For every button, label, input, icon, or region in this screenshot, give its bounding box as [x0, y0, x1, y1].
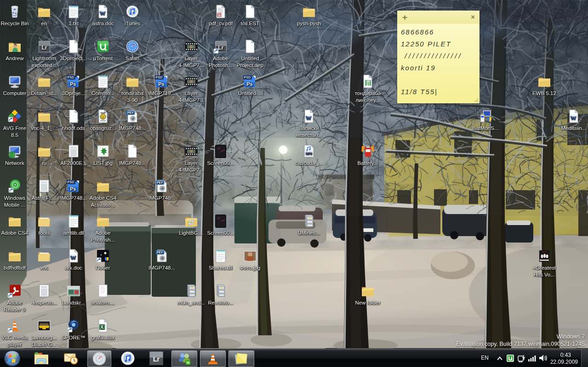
- svg-text:Lr: Lr: [218, 45, 224, 51]
- svg-text:PSD: PSD: [156, 76, 162, 79]
- svg-text:HITS: HITS: [542, 251, 546, 253]
- svg-text:W: W: [306, 114, 312, 121]
- svg-text:MP3: MP3: [306, 152, 312, 155]
- svg-text:PSD: PSD: [244, 76, 251, 79]
- svg-text:W: W: [571, 114, 577, 121]
- svg-text:X: X: [100, 324, 104, 330]
- svg-text:PEF: PEF: [157, 181, 163, 184]
- svg-text:Ps: Ps: [70, 81, 76, 87]
- svg-text:W: W: [100, 10, 106, 17]
- svg-text:Lr: Lr: [42, 45, 47, 51]
- svg-text:PEF: PEF: [127, 111, 134, 114]
- svg-text:PSD: PSD: [68, 181, 74, 184]
- svg-text:Ps: Ps: [158, 81, 164, 87]
- svg-text:Ps: Ps: [246, 81, 252, 87]
- svg-text:Ps: Ps: [70, 186, 76, 192]
- svg-text:Lr: Lr: [153, 356, 160, 363]
- svg-text:W: W: [70, 254, 76, 261]
- svg-text:PEF: PEF: [157, 251, 163, 254]
- svg-text:PSD: PSD: [68, 76, 74, 79]
